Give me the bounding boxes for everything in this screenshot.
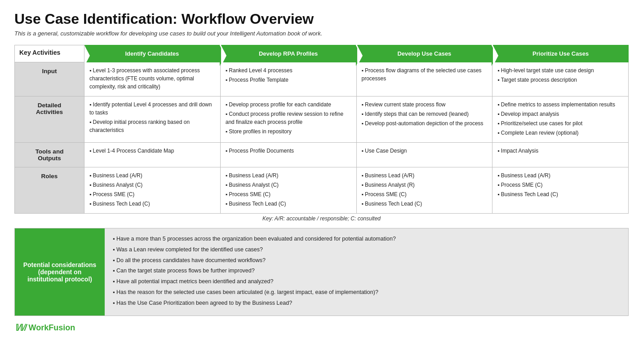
list-item: Has the reason for the selected use case… bbox=[113, 288, 620, 297]
tools-list-2: Process Profile Documents bbox=[226, 147, 351, 155]
list-item: Business Lead (A/R) bbox=[226, 171, 351, 180]
list-item: Business Analyst (C) bbox=[89, 181, 215, 189]
tools-cell-4: Impact Analysis bbox=[492, 143, 629, 167]
list-item: Prioritize/select use cases for pilot bbox=[497, 119, 623, 127]
phase-label-4: Prioritize Use Cases bbox=[532, 50, 589, 57]
logo-area: 𝕎/ WorkFusion bbox=[14, 322, 629, 333]
list-item: Define metrics to assess implementation … bbox=[497, 101, 623, 109]
roles-label: Roles bbox=[15, 167, 84, 214]
detailed-cell-3: Review current state process flow Identi… bbox=[356, 96, 492, 143]
list-item: Use Case Design bbox=[362, 147, 488, 155]
list-item: Review current state process flow bbox=[362, 101, 488, 109]
roles-cell-3: Business Lead (A/R) Business Analyst (R)… bbox=[356, 167, 492, 214]
detailed-cell-2: Develop process profile for each candida… bbox=[220, 96, 356, 143]
tools-cell-1: Level 1-4 Process Candidate Map bbox=[84, 143, 221, 167]
tools-cell-2: Process Profile Documents bbox=[220, 143, 356, 167]
tools-list-4: Impact Analysis bbox=[497, 147, 623, 155]
detailed-activities-label: DetailedActivities bbox=[15, 96, 84, 143]
phase-header-4: Prioritize Use Cases bbox=[492, 45, 629, 62]
tools-outputs-label: Tools andOutputs bbox=[15, 143, 84, 167]
arrow-left-3 bbox=[357, 45, 363, 66]
phase-header-3: Develop Use Cases bbox=[356, 45, 492, 62]
list-item: High-level target state use case design bbox=[497, 66, 623, 75]
logo-icon: 𝕎/ bbox=[14, 322, 27, 333]
header-row: Key Activities Identify Candidates Devel… bbox=[15, 45, 629, 62]
tools-list-1: Level 1-4 Process Candidate Map bbox=[89, 147, 215, 155]
detailed-list-2: Develop process profile for each candida… bbox=[226, 101, 351, 136]
phase-header-2: Develop RPA Profiles bbox=[220, 45, 356, 62]
list-item: Was a Lean review completed for the iden… bbox=[113, 246, 620, 254]
list-item: Process SME (C) bbox=[226, 190, 351, 198]
page-title: Use Case Identification: Workflow Overvi… bbox=[14, 11, 629, 27]
roles-list-3: Business Lead (A/R) Business Analyst (R)… bbox=[362, 171, 488, 208]
key-activities-header: Key Activities bbox=[15, 45, 84, 62]
list-item: Impact Analysis bbox=[497, 147, 623, 155]
list-item: Has the Use Case Prioritization been agr… bbox=[113, 299, 620, 307]
list-item: Store profiles in repository bbox=[226, 127, 351, 136]
list-item: Process SME (C) bbox=[497, 181, 623, 189]
page-subtitle: This is a general, customizable workflow… bbox=[14, 30, 629, 37]
list-item: Process SME (C) bbox=[89, 190, 215, 198]
detailed-activities-row: DetailedActivities Identify potential Le… bbox=[15, 96, 629, 143]
list-item: Target state process description bbox=[497, 76, 623, 84]
roles-list-4: Business Lead (A/R) Process SME (C) Busi… bbox=[497, 171, 623, 198]
list-item: Develop initial process ranking based on… bbox=[89, 118, 215, 134]
arrow-left-1 bbox=[84, 45, 90, 66]
list-item: Business Lead (A/R) bbox=[362, 171, 488, 180]
list-item: Develop post-automation depiction of the… bbox=[362, 119, 488, 127]
input-list-3: Process flow diagrams of the selected us… bbox=[362, 66, 488, 83]
detailed-list-4: Define metrics to assess implementation … bbox=[497, 101, 623, 137]
list-item: Process Profile Template bbox=[226, 76, 351, 84]
roles-list-2: Business Lead (A/R) Business Analyst (C)… bbox=[226, 171, 351, 208]
input-list-4: High-level target state use case design … bbox=[497, 66, 623, 84]
list-item: Ranked Level 4 processes bbox=[226, 66, 351, 75]
roles-cell-4: Business Lead (A/R) Process SME (C) Busi… bbox=[492, 167, 629, 214]
list-item: Business Lead (A/R) bbox=[89, 171, 215, 180]
list-item: Process Profile Documents bbox=[226, 147, 351, 155]
detailed-list-1: Identify potential Level 4 processes and… bbox=[89, 101, 215, 134]
detailed-cell-1: Identify potential Level 4 processes and… bbox=[84, 96, 221, 143]
list-item: Business Tech Lead (C) bbox=[362, 200, 488, 208]
input-cell-1: Level 1-3 processes with associated proc… bbox=[84, 62, 221, 96]
input-label: Input bbox=[15, 62, 84, 96]
input-list-2: Ranked Level 4 processes Process Profile… bbox=[226, 66, 351, 84]
list-item: Business Tech Lead (C) bbox=[89, 200, 215, 208]
list-item: Do all the process candidates have docum… bbox=[113, 256, 620, 265]
considerations-label: Potential considerations (dependent on i… bbox=[15, 228, 105, 316]
phase-label-1: Identify Candidates bbox=[125, 50, 179, 57]
list-item: Can the target state process flows be fu… bbox=[113, 267, 620, 275]
roles-cell-1: Business Lead (A/R) Business Analyst (C)… bbox=[84, 167, 221, 214]
tools-cell-3: Use Case Design bbox=[356, 143, 492, 167]
arrow-left-2 bbox=[221, 45, 226, 66]
input-list-1: Level 1-3 processes with associated proc… bbox=[89, 66, 215, 91]
list-item: Business Tech Lead (C) bbox=[226, 200, 351, 208]
list-item: Business Analyst (R) bbox=[362, 181, 488, 189]
list-item: Level 1-3 processes with associated proc… bbox=[89, 66, 215, 91]
logo-text: WorkFusion bbox=[29, 323, 75, 333]
considerations-content: Have a more than 5 processes across the … bbox=[105, 228, 628, 316]
page-wrapper: Use Case Identification: Workflow Overvi… bbox=[14, 11, 629, 333]
list-item: Identify steps that can be removed (lean… bbox=[362, 110, 488, 118]
roles-cell-2: Business Lead (A/R) Business Analyst (C)… bbox=[220, 167, 356, 214]
list-item: Business Tech Lead (C) bbox=[497, 190, 623, 198]
list-item: Have a more than 5 processes across the … bbox=[113, 235, 620, 243]
list-item: Business Analyst (C) bbox=[226, 181, 351, 189]
tools-list-3: Use Case Design bbox=[362, 147, 488, 155]
tools-outputs-row: Tools andOutputs Level 1-4 Process Candi… bbox=[15, 143, 629, 167]
list-item: Process SME (C) bbox=[362, 190, 488, 198]
phase-header-1: Identify Candidates bbox=[84, 45, 221, 62]
list-item: Complete Lean review (optional) bbox=[497, 129, 623, 137]
list-item: Have all potential impact metrics been i… bbox=[113, 277, 620, 286]
input-cell-4: High-level target state use case design … bbox=[492, 62, 629, 96]
considerations-section: Potential considerations (dependent on i… bbox=[14, 228, 629, 316]
considerations-list: Have a more than 5 processes across the … bbox=[113, 235, 620, 307]
input-row: Input Level 1-3 processes with associate… bbox=[15, 62, 629, 96]
list-item: Conduct process profile review session t… bbox=[226, 110, 351, 126]
roles-row: Roles Business Lead (A/R) Business Analy… bbox=[15, 167, 629, 214]
list-item: Level 1-4 Process Candidate Map bbox=[89, 147, 215, 155]
arrow-left-4 bbox=[493, 45, 498, 66]
input-cell-2: Ranked Level 4 processes Process Profile… bbox=[220, 62, 356, 96]
input-cell-3: Process flow diagrams of the selected us… bbox=[356, 62, 492, 96]
detailed-list-3: Review current state process flow Identi… bbox=[362, 101, 488, 127]
phase-label-3: Develop Use Cases bbox=[397, 50, 451, 57]
